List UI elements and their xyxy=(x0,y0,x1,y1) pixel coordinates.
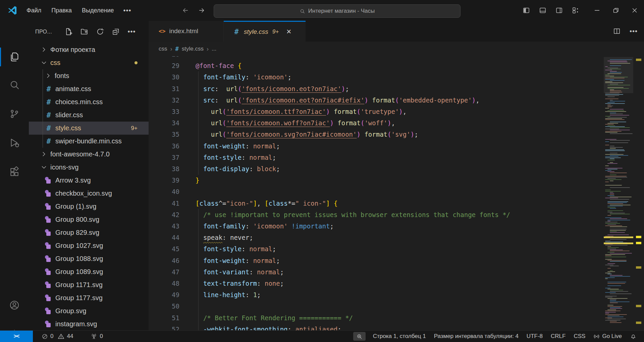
code-line[interactable]: 28 xyxy=(149,56,600,60)
tree-item[interactable]: #slider.css xyxy=(29,109,149,122)
code-line[interactable]: 44 speak: never; xyxy=(149,232,600,244)
tab-index-html[interactable]: <> index.html xyxy=(149,21,224,42)
code-editor[interactable]: 2829@font-face {30 font-family: 'icomoon… xyxy=(149,56,644,331)
new-file-icon[interactable] xyxy=(63,26,74,37)
accounts-icon[interactable] xyxy=(0,295,29,316)
menu-edit[interactable]: Правка xyxy=(46,5,77,16)
code-line[interactable]: 37 font-style: normal; xyxy=(149,152,600,163)
remote-indicator[interactable]: >< xyxy=(0,331,33,342)
code-line[interactable]: 50 xyxy=(149,300,600,312)
tree-item[interactable]: icons-svg xyxy=(29,161,149,174)
tree-item[interactable]: Group 1027.svg xyxy=(29,239,149,252)
search-view-icon[interactable] xyxy=(0,74,29,95)
extensions-icon[interactable] xyxy=(0,161,29,182)
encoding-item[interactable]: UTF-8 xyxy=(523,331,546,342)
tree-item[interactable]: Group 800.svg xyxy=(29,213,149,226)
code-line[interactable]: 35 url('fonts/icomoon.svg?on7iac#icomoon… xyxy=(149,129,600,140)
refresh-explorer-icon[interactable] xyxy=(95,26,106,37)
window-close-button[interactable] xyxy=(625,0,644,21)
window-minimize-button[interactable] xyxy=(588,0,606,21)
split-editor-icon[interactable] xyxy=(611,25,623,37)
code-line[interactable]: 48 text-transform: none; xyxy=(149,278,600,289)
code-line[interactable]: 30 font-family: 'icomoon'; xyxy=(149,71,600,83)
editor-more-actions-icon[interactable]: ••• xyxy=(628,25,639,37)
ports-status-item[interactable]: 0 xyxy=(87,331,107,342)
code-line[interactable]: 52 -webkit-font-smoothing: antialiased; xyxy=(149,324,600,331)
zoom-status-item[interactable] xyxy=(353,332,366,341)
breadcrumb-folder[interactable]: css xyxy=(159,46,167,52)
code-line[interactable]: 46 font-weight: normal; xyxy=(149,255,600,267)
explorer-more-actions-icon[interactable]: ••• xyxy=(126,26,137,37)
vscode-logo-icon xyxy=(7,5,17,15)
toggle-panel-icon[interactable] xyxy=(537,5,548,16)
collapse-folders-icon[interactable] xyxy=(110,26,121,37)
breadcrumb-file[interactable]: style.css xyxy=(182,46,204,52)
new-folder-icon[interactable] xyxy=(79,26,90,37)
code-line[interactable]: 45 font-style: normal; xyxy=(149,243,600,255)
tree-item[interactable]: font-awesome-4.7.0 xyxy=(29,148,149,161)
line-number: 28 xyxy=(162,56,179,60)
menu-overflow-button[interactable]: ••• xyxy=(119,5,136,16)
breadcrumb-symbol[interactable]: ... xyxy=(212,46,216,52)
command-center-search[interactable]: Интернет магазин - Часы xyxy=(214,4,461,18)
tree-item[interactable]: #swiper-bundle.min.css xyxy=(29,135,149,148)
language-mode-item[interactable]: CSS xyxy=(570,331,589,342)
eol-item[interactable]: CRLF xyxy=(547,331,569,342)
cursor-position-item[interactable]: Строка 1, столбец 1 xyxy=(370,331,429,342)
code-line[interactable]: 36 font-weight: normal; xyxy=(149,140,600,152)
code-text: font-family: 'icomoon'; xyxy=(196,71,291,83)
source-control-icon[interactable] xyxy=(0,104,29,124)
code-line[interactable]: 32 src: url('fonts/icomoon.eot?on7iac#ie… xyxy=(149,94,600,106)
window-restore-button[interactable] xyxy=(606,0,625,21)
line-number: 48 xyxy=(162,278,179,289)
explorer-icon[interactable] xyxy=(0,47,29,67)
code-line[interactable]: 41[class^="icon-"], [class*=" icon-"] { xyxy=(149,198,600,209)
tree-item[interactable]: Group 1177.svg xyxy=(29,291,149,304)
tree-item[interactable]: Group 1089.svg xyxy=(29,265,149,278)
code-line[interactable]: 40 xyxy=(149,186,600,198)
indentation-item[interactable]: Размер интервала табуляции: 4 xyxy=(431,331,522,342)
tree-item[interactable]: Group 1088.svg xyxy=(29,252,149,265)
code-line[interactable]: 34 url('fonts/icomoon.woff?on7iac') form… xyxy=(149,117,600,129)
menu-file[interactable]: Файл xyxy=(21,5,46,16)
line-number: 33 xyxy=(162,106,179,118)
minimap[interactable] xyxy=(604,57,633,331)
tree-item[interactable]: checkbox_icon.svg xyxy=(29,187,149,200)
tree-item[interactable]: #animate.css xyxy=(29,82,149,95)
code-line[interactable]: 33 url('fonts/icomoon.ttf?on7iac') forma… xyxy=(149,106,600,118)
tree-item[interactable]: Фотки проекта xyxy=(29,43,149,56)
toggle-secondary-sidebar-icon[interactable] xyxy=(553,5,565,16)
navigate-back-button[interactable] xyxy=(180,5,191,16)
code-line[interactable]: 29@font-face { xyxy=(149,60,600,72)
tree-item[interactable]: Arrow 3.svg xyxy=(29,174,149,187)
tree-item[interactable]: Group 829.svg xyxy=(29,226,149,239)
run-and-debug-icon[interactable] xyxy=(0,132,29,153)
go-live-item[interactable]: Go Live xyxy=(590,331,625,342)
tree-item[interactable]: css xyxy=(29,56,149,69)
tree-item[interactable]: #style.css9+ xyxy=(29,122,149,135)
code-line[interactable]: 31 src: url('fonts/icomoon.eot?on7iac'); xyxy=(149,83,600,95)
code-line[interactable]: 51 /* Better Font Rendering =========== … xyxy=(149,312,600,324)
navigate-forward-button[interactable] xyxy=(196,5,207,16)
tree-item[interactable]: #choices.min.css xyxy=(29,95,149,109)
tree-item[interactable]: Group (1).svg xyxy=(29,200,149,213)
code-line[interactable]: 38 font-display: block; xyxy=(149,163,600,175)
overview-ruler[interactable] xyxy=(633,56,644,331)
problems-badge: 9+ xyxy=(131,125,138,132)
code-line[interactable]: 39} xyxy=(149,175,600,186)
code-line[interactable]: 47 font-variant: normal; xyxy=(149,266,600,278)
notifications-item[interactable] xyxy=(627,331,640,342)
tree-item[interactable]: instagram.svg xyxy=(29,318,149,331)
toggle-primary-sidebar-icon[interactable] xyxy=(521,5,532,16)
customize-layout-icon[interactable] xyxy=(570,5,581,16)
tab-close-icon[interactable]: ✕ xyxy=(286,28,291,36)
menu-selection[interactable]: Выделение xyxy=(77,5,119,16)
tab-style-css[interactable]: # style.css 9+ ✕ xyxy=(224,21,306,42)
tree-item[interactable]: Group 1171.svg xyxy=(29,278,149,291)
tree-item[interactable]: Group.svg xyxy=(29,304,149,318)
tree-item[interactable]: fonts xyxy=(29,69,149,82)
code-line[interactable]: 43 font-family: 'icomoon' !important; xyxy=(149,220,600,232)
problems-status-item[interactable]: 0 44 xyxy=(38,331,77,342)
code-line[interactable]: 42 /* use !important to prevent issues w… xyxy=(149,209,600,221)
code-line[interactable]: 49 line-height: 1; xyxy=(149,289,600,301)
